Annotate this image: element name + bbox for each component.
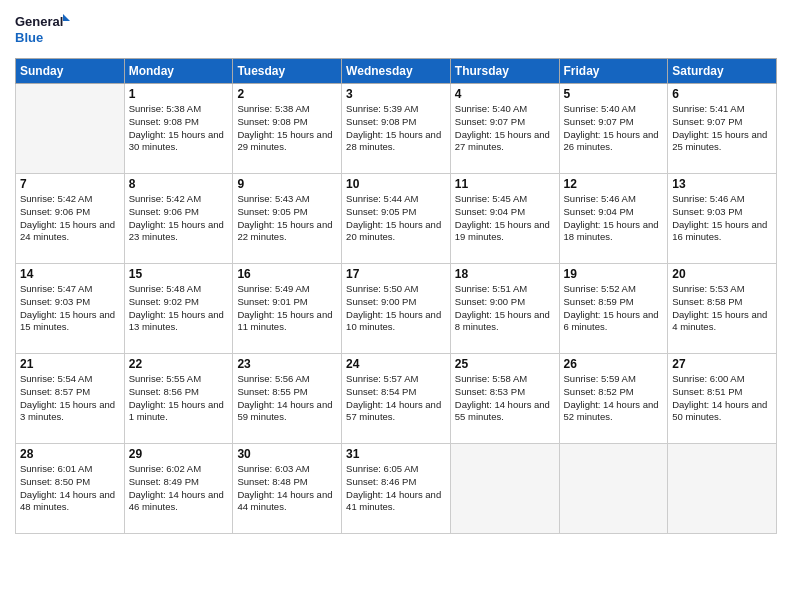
day-info: Sunrise: 5:42 AMSunset: 9:06 PMDaylight:… <box>129 193 229 244</box>
day-info: Sunrise: 5:54 AMSunset: 8:57 PMDaylight:… <box>20 373 120 424</box>
day-number: 6 <box>672 87 772 101</box>
day-info: Sunrise: 6:02 AMSunset: 8:49 PMDaylight:… <box>129 463 229 514</box>
day-cell: 25 Sunrise: 5:58 AMSunset: 8:53 PMDaylig… <box>450 354 559 444</box>
day-cell: 8 Sunrise: 5:42 AMSunset: 9:06 PMDayligh… <box>124 174 233 264</box>
day-info: Sunrise: 5:56 AMSunset: 8:55 PMDaylight:… <box>237 373 337 424</box>
day-info: Sunrise: 5:49 AMSunset: 9:01 PMDaylight:… <box>237 283 337 334</box>
day-cell: 3 Sunrise: 5:39 AMSunset: 9:08 PMDayligh… <box>342 84 451 174</box>
day-number: 23 <box>237 357 337 371</box>
day-cell: 16 Sunrise: 5:49 AMSunset: 9:01 PMDaylig… <box>233 264 342 354</box>
day-info: Sunrise: 5:59 AMSunset: 8:52 PMDaylight:… <box>564 373 664 424</box>
day-info: Sunrise: 5:38 AMSunset: 9:08 PMDaylight:… <box>237 103 337 154</box>
day-info: Sunrise: 5:55 AMSunset: 8:56 PMDaylight:… <box>129 373 229 424</box>
day-cell: 6 Sunrise: 5:41 AMSunset: 9:07 PMDayligh… <box>668 84 777 174</box>
day-number: 2 <box>237 87 337 101</box>
day-number: 21 <box>20 357 120 371</box>
day-info: Sunrise: 5:46 AMSunset: 9:04 PMDaylight:… <box>564 193 664 244</box>
day-info: Sunrise: 6:05 AMSunset: 8:46 PMDaylight:… <box>346 463 446 514</box>
week-row-1: 1 Sunrise: 5:38 AMSunset: 9:08 PMDayligh… <box>16 84 777 174</box>
day-info: Sunrise: 5:40 AMSunset: 9:07 PMDaylight:… <box>455 103 555 154</box>
day-number: 8 <box>129 177 229 191</box>
day-number: 7 <box>20 177 120 191</box>
day-number: 15 <box>129 267 229 281</box>
day-cell <box>559 444 668 534</box>
day-cell: 12 Sunrise: 5:46 AMSunset: 9:04 PMDaylig… <box>559 174 668 264</box>
day-number: 3 <box>346 87 446 101</box>
day-info: Sunrise: 5:57 AMSunset: 8:54 PMDaylight:… <box>346 373 446 424</box>
day-cell: 10 Sunrise: 5:44 AMSunset: 9:05 PMDaylig… <box>342 174 451 264</box>
day-number: 18 <box>455 267 555 281</box>
col-header-tuesday: Tuesday <box>233 59 342 84</box>
day-info: Sunrise: 5:47 AMSunset: 9:03 PMDaylight:… <box>20 283 120 334</box>
day-cell: 19 Sunrise: 5:52 AMSunset: 8:59 PMDaylig… <box>559 264 668 354</box>
logo-icon: General Blue <box>15 10 70 50</box>
day-info: Sunrise: 5:42 AMSunset: 9:06 PMDaylight:… <box>20 193 120 244</box>
day-cell: 13 Sunrise: 5:46 AMSunset: 9:03 PMDaylig… <box>668 174 777 264</box>
day-info: Sunrise: 5:53 AMSunset: 8:58 PMDaylight:… <box>672 283 772 334</box>
day-number: 25 <box>455 357 555 371</box>
day-cell: 11 Sunrise: 5:45 AMSunset: 9:04 PMDaylig… <box>450 174 559 264</box>
day-cell: 2 Sunrise: 5:38 AMSunset: 9:08 PMDayligh… <box>233 84 342 174</box>
day-info: Sunrise: 5:44 AMSunset: 9:05 PMDaylight:… <box>346 193 446 244</box>
week-row-3: 14 Sunrise: 5:47 AMSunset: 9:03 PMDaylig… <box>16 264 777 354</box>
day-cell: 7 Sunrise: 5:42 AMSunset: 9:06 PMDayligh… <box>16 174 125 264</box>
day-cell: 31 Sunrise: 6:05 AMSunset: 8:46 PMDaylig… <box>342 444 451 534</box>
col-header-thursday: Thursday <box>450 59 559 84</box>
day-info: Sunrise: 6:01 AMSunset: 8:50 PMDaylight:… <box>20 463 120 514</box>
day-number: 9 <box>237 177 337 191</box>
day-cell: 27 Sunrise: 6:00 AMSunset: 8:51 PMDaylig… <box>668 354 777 444</box>
day-cell: 17 Sunrise: 5:50 AMSunset: 9:00 PMDaylig… <box>342 264 451 354</box>
svg-marker-2 <box>63 14 70 21</box>
day-cell: 20 Sunrise: 5:53 AMSunset: 8:58 PMDaylig… <box>668 264 777 354</box>
day-cell: 23 Sunrise: 5:56 AMSunset: 8:55 PMDaylig… <box>233 354 342 444</box>
day-cell: 1 Sunrise: 5:38 AMSunset: 9:08 PMDayligh… <box>124 84 233 174</box>
day-number: 12 <box>564 177 664 191</box>
day-number: 19 <box>564 267 664 281</box>
day-cell: 9 Sunrise: 5:43 AMSunset: 9:05 PMDayligh… <box>233 174 342 264</box>
day-cell: 15 Sunrise: 5:48 AMSunset: 9:02 PMDaylig… <box>124 264 233 354</box>
day-number: 20 <box>672 267 772 281</box>
day-info: Sunrise: 5:38 AMSunset: 9:08 PMDaylight:… <box>129 103 229 154</box>
col-header-wednesday: Wednesday <box>342 59 451 84</box>
day-cell <box>668 444 777 534</box>
day-cell: 14 Sunrise: 5:47 AMSunset: 9:03 PMDaylig… <box>16 264 125 354</box>
day-info: Sunrise: 5:51 AMSunset: 9:00 PMDaylight:… <box>455 283 555 334</box>
day-info: Sunrise: 5:39 AMSunset: 9:08 PMDaylight:… <box>346 103 446 154</box>
svg-text:General: General <box>15 14 63 29</box>
day-number: 22 <box>129 357 229 371</box>
day-cell: 18 Sunrise: 5:51 AMSunset: 9:00 PMDaylig… <box>450 264 559 354</box>
day-info: Sunrise: 5:52 AMSunset: 8:59 PMDaylight:… <box>564 283 664 334</box>
day-number: 16 <box>237 267 337 281</box>
day-info: Sunrise: 5:46 AMSunset: 9:03 PMDaylight:… <box>672 193 772 244</box>
day-number: 30 <box>237 447 337 461</box>
day-info: Sunrise: 5:41 AMSunset: 9:07 PMDaylight:… <box>672 103 772 154</box>
day-number: 13 <box>672 177 772 191</box>
day-number: 17 <box>346 267 446 281</box>
day-cell: 28 Sunrise: 6:01 AMSunset: 8:50 PMDaylig… <box>16 444 125 534</box>
day-info: Sunrise: 5:43 AMSunset: 9:05 PMDaylight:… <box>237 193 337 244</box>
day-cell <box>16 84 125 174</box>
day-cell: 29 Sunrise: 6:02 AMSunset: 8:49 PMDaylig… <box>124 444 233 534</box>
day-cell: 21 Sunrise: 5:54 AMSunset: 8:57 PMDaylig… <box>16 354 125 444</box>
day-cell: 24 Sunrise: 5:57 AMSunset: 8:54 PMDaylig… <box>342 354 451 444</box>
day-info: Sunrise: 5:58 AMSunset: 8:53 PMDaylight:… <box>455 373 555 424</box>
day-number: 29 <box>129 447 229 461</box>
day-cell: 5 Sunrise: 5:40 AMSunset: 9:07 PMDayligh… <box>559 84 668 174</box>
logo: General Blue <box>15 10 70 50</box>
day-number: 26 <box>564 357 664 371</box>
col-header-sunday: Sunday <box>16 59 125 84</box>
week-row-5: 28 Sunrise: 6:01 AMSunset: 8:50 PMDaylig… <box>16 444 777 534</box>
day-number: 28 <box>20 447 120 461</box>
day-info: Sunrise: 6:03 AMSunset: 8:48 PMDaylight:… <box>237 463 337 514</box>
day-info: Sunrise: 5:48 AMSunset: 9:02 PMDaylight:… <box>129 283 229 334</box>
col-header-monday: Monday <box>124 59 233 84</box>
day-cell: 26 Sunrise: 5:59 AMSunset: 8:52 PMDaylig… <box>559 354 668 444</box>
day-cell <box>450 444 559 534</box>
day-number: 5 <box>564 87 664 101</box>
col-header-saturday: Saturday <box>668 59 777 84</box>
week-row-4: 21 Sunrise: 5:54 AMSunset: 8:57 PMDaylig… <box>16 354 777 444</box>
day-number: 4 <box>455 87 555 101</box>
day-number: 11 <box>455 177 555 191</box>
day-cell: 22 Sunrise: 5:55 AMSunset: 8:56 PMDaylig… <box>124 354 233 444</box>
day-number: 27 <box>672 357 772 371</box>
